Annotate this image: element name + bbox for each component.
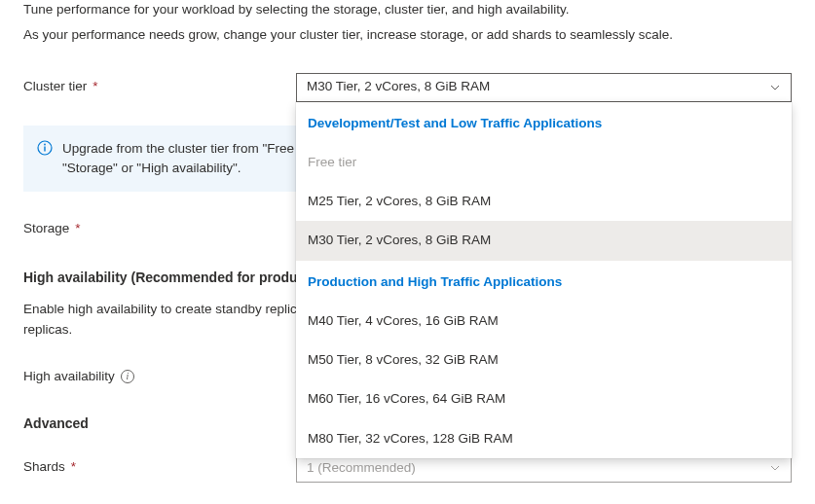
info-icon[interactable]: i — [121, 370, 134, 383]
shards-selected-value: 1 (Recommended) — [307, 458, 416, 478]
ha-label-text: High availability — [23, 367, 115, 386]
cluster-tier-selected-value: M30 Tier, 2 vCores, 8 GiB RAM — [307, 77, 490, 96]
shards-label: Shards * — [23, 453, 296, 477]
info-icon — [37, 140, 53, 156]
dropdown-option[interactable]: M50 Tier, 8 vCores, 32 GiB RAM — [296, 341, 792, 379]
cluster-tier-dropdown: Development/Test and Low Traffic Applica… — [296, 102, 792, 458]
dropdown-group-dev-options: Free tierM25 Tier, 2 vCores, 8 GiB RAMM3… — [296, 143, 792, 261]
dropdown-group-header-prod: Production and High Traffic Applications — [296, 261, 792, 302]
cluster-tier-select[interactable]: M30 Tier, 2 vCores, 8 GiB RAM — [296, 73, 792, 102]
dropdown-option[interactable]: M40 Tier, 4 vCores, 16 GiB RAM — [296, 302, 792, 341]
required-asterisk: * — [93, 77, 97, 96]
dropdown-option[interactable]: M25 Tier, 2 vCores, 8 GiB RAM — [296, 182, 792, 221]
ha-label: High availability i — [23, 363, 296, 386]
storage-label-text: Storage — [23, 219, 69, 238]
dropdown-option[interactable]: M60 Tier, 16 vCores, 64 GiB RAM — [296, 379, 792, 418]
shards-label-text: Shards — [23, 457, 65, 477]
cluster-tier-control: M30 Tier, 2 vCores, 8 GiB RAM Developmen… — [296, 73, 792, 102]
dropdown-option: Free tier — [296, 143, 792, 182]
chevron-down-icon — [769, 462, 781, 474]
dropdown-group-header-dev: Development/Test and Low Traffic Applica… — [296, 102, 792, 143]
svg-rect-1 — [44, 146, 45, 151]
dropdown-option[interactable]: M80 Tier, 32 vCores, 128 GiB RAM — [296, 419, 792, 458]
chevron-down-icon — [769, 82, 781, 93]
cluster-tier-label-text: Cluster tier — [23, 77, 87, 96]
cluster-tier-row: Cluster tier * M30 Tier, 2 vCores, 8 GiB… — [23, 73, 792, 102]
intro-line-2: As your performance needs grow, change y… — [23, 25, 792, 45]
svg-point-2 — [44, 143, 46, 145]
intro-line-1: Tune performance for your workload by se… — [23, 0, 792, 19]
storage-label: Storage * — [23, 215, 296, 238]
required-asterisk: * — [71, 457, 76, 477]
dropdown-group-prod-options: M40 Tier, 4 vCores, 16 GiB RAMM50 Tier, … — [296, 302, 792, 458]
intro-text: Tune performance for your workload by se… — [23, 0, 792, 46]
cluster-tier-label: Cluster tier * — [23, 73, 296, 96]
required-asterisk: * — [75, 219, 80, 238]
dropdown-option[interactable]: M30 Tier, 2 vCores, 8 GiB RAM — [296, 221, 792, 260]
